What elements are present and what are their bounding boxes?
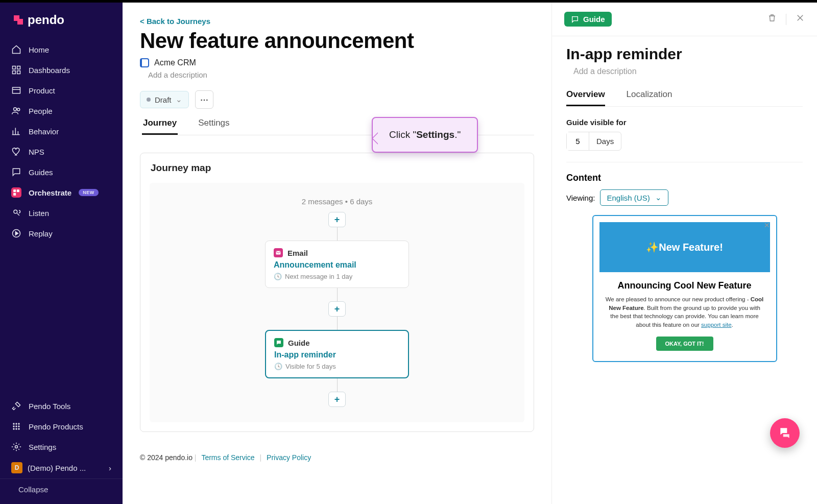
delete-button[interactable] bbox=[767, 13, 777, 25]
back-to-journeys-link[interactable]: < Back to Journeys bbox=[140, 17, 210, 26]
journey-step-email[interactable]: Email Announcement email 🕓 Next message … bbox=[265, 241, 409, 288]
sidebar-item-nps[interactable]: NPS bbox=[0, 141, 123, 162]
app-icon bbox=[140, 58, 149, 67]
guide-type-badge: Guide bbox=[564, 12, 612, 27]
journey-map-heading: Journey map bbox=[140, 153, 534, 183]
preview-body-text: We are pleased to announce our new produ… bbox=[605, 295, 765, 329]
add-step-button[interactable]: + bbox=[328, 392, 346, 407]
description-placeholder[interactable]: Add a description bbox=[140, 70, 534, 79]
visible-for-input-group: Days bbox=[566, 132, 621, 151]
primary-nav: Home Dashboards Product People Behavior … bbox=[0, 39, 123, 396]
preview-title: Announcing Cool New Feature bbox=[605, 280, 765, 291]
sidebar-item-pendo-products[interactable]: Pendo Products bbox=[0, 416, 123, 437]
svg-point-7 bbox=[17, 108, 20, 111]
close-panel-button[interactable] bbox=[796, 13, 805, 25]
svg-point-21 bbox=[13, 425, 14, 427]
sidebar-item-product[interactable]: Product bbox=[0, 80, 123, 101]
help-fab[interactable] bbox=[770, 418, 800, 448]
tos-link[interactable]: Terms of Service bbox=[201, 453, 254, 462]
panel-tabs: Overview Localization bbox=[566, 89, 803, 107]
collapse-sidebar[interactable]: Collapse bbox=[0, 478, 123, 500]
more-actions-button[interactable]: ⋯ bbox=[195, 90, 213, 109]
sidebar-item-label: Dashboards bbox=[29, 66, 70, 75]
chevron-down-icon: ⌄ bbox=[176, 95, 182, 104]
viewing-label: Viewing: bbox=[566, 194, 595, 202]
nav-bottom: Pendo Tools Pendo Products Settings D (D… bbox=[0, 396, 123, 504]
new-badge: NEW bbox=[79, 189, 99, 196]
language-select[interactable]: English (US) ⌄ bbox=[600, 189, 668, 206]
sidebar-item-label: NPS bbox=[29, 148, 44, 156]
step-title: Announcement email bbox=[274, 260, 400, 270]
tab-settings[interactable]: Settings bbox=[197, 118, 230, 135]
tab-localization[interactable]: Localization bbox=[627, 89, 672, 106]
svg-point-27 bbox=[15, 446, 18, 448]
svg-rect-3 bbox=[17, 71, 20, 74]
preview-cta-button[interactable]: OKAY, GOT IT! bbox=[656, 337, 713, 351]
product-icon bbox=[11, 85, 21, 95]
people-icon bbox=[11, 106, 21, 116]
journey-step-guide[interactable]: Guide In-app reminder 🕓 Visible for 5 da… bbox=[265, 330, 409, 378]
svg-rect-4 bbox=[13, 87, 20, 93]
page-footer: © 2024 pendo.io | Terms of Service | Pri… bbox=[140, 444, 534, 474]
step-meta-label: Next message in 1 day bbox=[285, 273, 352, 280]
privacy-link[interactable]: Privacy Policy bbox=[267, 453, 311, 462]
svg-rect-2 bbox=[13, 71, 16, 74]
collapse-label: Collapse bbox=[18, 485, 48, 494]
sidebar-item-listen[interactable]: Listen bbox=[0, 203, 123, 223]
tab-journey[interactable]: Journey bbox=[142, 118, 178, 135]
sidebar-item-behavior[interactable]: Behavior bbox=[0, 121, 123, 141]
status-label: Draft bbox=[155, 95, 172, 104]
sidebar-item-label: Pendo Tools bbox=[29, 402, 70, 411]
add-step-button[interactable]: + bbox=[328, 212, 346, 227]
apps-icon bbox=[11, 421, 21, 431]
support-site-link[interactable]: support site bbox=[701, 322, 731, 328]
svg-marker-17 bbox=[15, 232, 18, 235]
sidebar-item-dashboards[interactable]: Dashboards bbox=[0, 60, 123, 80]
clock-icon: 🕓 bbox=[274, 273, 282, 280]
content-heading: Content bbox=[566, 173, 803, 183]
preview-close-icon[interactable]: ✕ bbox=[764, 221, 770, 229]
sidebar-item-label: Home bbox=[29, 45, 49, 54]
sidebar: pendo Home Dashboards Product People Beh… bbox=[0, 3, 123, 504]
preview-hero: ✨New Feature! bbox=[599, 222, 770, 272]
sidebar-item-label: Pendo Products bbox=[29, 422, 83, 431]
step-type-label: Guide bbox=[288, 339, 310, 347]
connector-line bbox=[337, 288, 338, 301]
sidebar-item-guides[interactable]: Guides bbox=[0, 162, 123, 182]
step-title: In-app reminder bbox=[274, 350, 400, 359]
tab-overview[interactable]: Overview bbox=[566, 89, 605, 106]
sidebar-item-label: People bbox=[29, 107, 53, 115]
journey-canvas: 2 messages • 6 days + Email Announcement… bbox=[150, 183, 524, 422]
email-icon bbox=[274, 248, 283, 257]
app-row: Acme CRM bbox=[140, 58, 534, 67]
connector-line bbox=[337, 227, 338, 241]
svg-point-25 bbox=[15, 428, 17, 429]
connector-line bbox=[337, 317, 338, 330]
sidebar-item-label: Replay bbox=[29, 229, 53, 238]
svg-rect-0 bbox=[13, 66, 16, 69]
page-title: New feature announcement bbox=[140, 29, 534, 53]
home-icon bbox=[11, 44, 21, 55]
chat-icon bbox=[11, 167, 21, 177]
copyright: © 2024 pendo.io bbox=[140, 453, 193, 462]
visible-days-input[interactable] bbox=[567, 132, 589, 150]
status-dropdown[interactable]: Draft ⌄ bbox=[140, 91, 189, 108]
orchestrate-icon bbox=[11, 187, 21, 198]
sidebar-item-orchestrate[interactable]: Orchestrate NEW bbox=[0, 182, 123, 203]
status-dot-icon bbox=[147, 98, 151, 102]
sidebar-item-settings[interactable]: Settings bbox=[0, 437, 123, 457]
dashboard-icon bbox=[11, 65, 21, 75]
sidebar-item-replay[interactable]: Replay bbox=[0, 223, 123, 244]
tools-icon bbox=[11, 401, 21, 411]
add-step-button[interactable]: + bbox=[328, 301, 346, 317]
svg-rect-12 bbox=[13, 189, 16, 192]
visible-unit-label: Days bbox=[589, 132, 621, 150]
sidebar-item-home[interactable]: Home bbox=[0, 39, 123, 60]
heart-icon bbox=[11, 147, 21, 157]
panel-title: In-app reminder bbox=[566, 45, 803, 63]
panel-description-placeholder[interactable]: Add a description bbox=[566, 67, 803, 76]
workspace-switcher[interactable]: D (Demo) Pendo ... › bbox=[0, 457, 123, 478]
sidebar-item-pendo-tools[interactable]: Pendo Tools bbox=[0, 396, 123, 416]
sidebar-item-people[interactable]: People bbox=[0, 101, 123, 121]
chat-bubbles-icon bbox=[778, 426, 791, 440]
